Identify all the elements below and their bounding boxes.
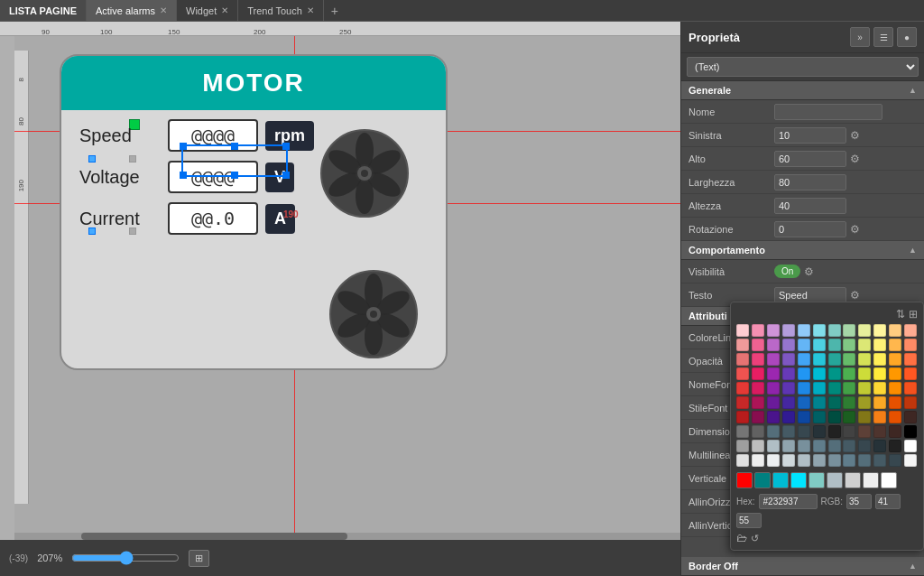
color-cell[interactable] — [736, 396, 749, 409]
color-cell[interactable] — [873, 440, 886, 452]
gear-icon-sinistra[interactable]: ⚙ — [850, 129, 860, 142]
color-cell[interactable] — [782, 425, 795, 438]
color-grid[interactable] — [736, 324, 918, 467]
color-cell[interactable] — [736, 367, 749, 380]
color-cell[interactable] — [767, 367, 780, 380]
color-cell[interactable] — [736, 353, 749, 366]
color-cell[interactable] — [858, 425, 871, 438]
panel-forward-btn[interactable]: » — [850, 27, 870, 47]
color-cell[interactable] — [828, 425, 841, 438]
sp-color-cyan[interactable] — [772, 472, 789, 488]
color-cell[interactable] — [798, 324, 810, 337]
color-cell[interactable] — [904, 324, 917, 337]
section-comportamento[interactable]: Comportamento ▲ — [681, 241, 924, 260]
zoom-slider[interactable] — [71, 551, 180, 565]
color-cell[interactable] — [873, 454, 886, 467]
color-cell[interactable] — [858, 367, 871, 380]
sp-color-lightcyan[interactable] — [790, 472, 807, 488]
color-cell[interactable] — [752, 454, 764, 467]
color-cell[interactable] — [858, 440, 871, 452]
sp-color-mint[interactable] — [808, 472, 825, 488]
color-cell[interactable] — [752, 353, 764, 366]
color-cell[interactable] — [828, 324, 841, 337]
h-scrollbar-thumb[interactable] — [81, 533, 347, 540]
color-cell[interactable] — [813, 367, 826, 380]
color-cell[interactable] — [873, 411, 886, 423]
gear-icon-alto[interactable]: ⚙ — [850, 153, 860, 165]
color-cell[interactable] — [798, 382, 810, 395]
color-cell[interactable] — [767, 353, 780, 366]
motor-widget[interactable]: MOTOR Speed @@@@ rpm Voltage @@@@ V — [60, 54, 448, 370]
gear-icon-rotazione[interactable]: ⚙ — [850, 223, 860, 236]
color-cell[interactable] — [828, 440, 841, 452]
sp-color-teal[interactable] — [754, 472, 771, 488]
refresh-icon[interactable]: ↺ — [751, 533, 759, 544]
picker-sort-icon[interactable]: ⇅ — [896, 308, 905, 321]
prop-input-testo[interactable] — [774, 287, 846, 303]
picker-grid-icon[interactable]: ⊞ — [909, 308, 918, 321]
prop-input-nome[interactable] — [774, 104, 882, 120]
color-cell[interactable] — [904, 396, 917, 409]
h-scrollbar[interactable] — [14, 533, 680, 540]
color-cell[interactable] — [736, 454, 749, 467]
rgb-b-input[interactable] — [736, 513, 762, 528]
color-cell[interactable] — [904, 353, 917, 366]
color-cell[interactable] — [873, 396, 886, 409]
color-cell[interactable] — [813, 382, 826, 395]
tab-lista-pagine[interactable]: LISTA PAGINE — [0, 0, 87, 21]
panel-extra-btn[interactable]: ● — [897, 27, 917, 47]
color-cell[interactable] — [752, 339, 764, 351]
color-cell[interactable] — [843, 367, 855, 380]
tab-close-trend-touch[interactable]: ✕ — [307, 5, 314, 15]
color-cell[interactable] — [736, 411, 749, 423]
color-cell[interactable] — [873, 353, 886, 366]
color-cell[interactable] — [767, 339, 780, 351]
color-cell[interactable] — [782, 324, 795, 337]
canvas-area[interactable]: 90 100 150 200 250 8 80 190 — [0, 22, 680, 576]
color-cell[interactable] — [843, 382, 855, 395]
color-cell[interactable] — [782, 382, 795, 395]
type-dropdown[interactable]: (Text) — [687, 57, 919, 77]
color-cell[interactable] — [752, 367, 764, 380]
color-cell[interactable] — [843, 411, 855, 423]
color-cell[interactable] — [904, 454, 917, 467]
color-cell[interactable] — [828, 411, 841, 423]
color-cell[interactable] — [889, 396, 901, 409]
sp-color-grey[interactable] — [827, 472, 843, 488]
toggle-visibilita[interactable]: On — [774, 265, 800, 278]
color-cell[interactable] — [889, 367, 901, 380]
color-picker-popup[interactable]: ⇅ ⊞ Hex: RGB: — [730, 302, 924, 551]
section-border-off-hdr[interactable]: Border Off ▲ — [681, 557, 924, 576]
color-cell[interactable] — [782, 353, 795, 366]
color-cell[interactable] — [873, 339, 886, 351]
color-cell[interactable] — [798, 367, 810, 380]
color-cell[interactable] — [873, 324, 886, 337]
color-cell[interactable] — [798, 454, 810, 467]
color-cell[interactable] — [858, 382, 871, 395]
color-cell[interactable] — [813, 324, 826, 337]
color-cell[interactable] — [767, 382, 780, 395]
color-cell[interactable] — [752, 324, 764, 337]
color-cell[interactable] — [843, 339, 855, 351]
color-cell[interactable] — [752, 425, 764, 438]
color-cell[interactable] — [858, 454, 871, 467]
sp-color-white[interactable] — [863, 472, 879, 488]
color-cell[interactable] — [904, 411, 917, 423]
color-cell[interactable] — [889, 382, 901, 395]
prop-input-rotazione[interactable] — [774, 221, 846, 237]
color-cell[interactable] — [752, 440, 764, 452]
prop-input-altezza[interactable] — [774, 198, 846, 214]
color-cell[interactable] — [736, 339, 749, 351]
rgb-g-input[interactable] — [875, 494, 901, 509]
color-cell[interactable] — [813, 353, 826, 366]
color-cell[interactable] — [813, 440, 826, 452]
color-cell[interactable] — [736, 324, 749, 337]
color-cell[interactable] — [889, 339, 901, 351]
color-cell[interactable] — [828, 454, 841, 467]
color-cell[interactable] — [813, 425, 826, 438]
color-cell[interactable] — [904, 425, 917, 438]
color-cell[interactable] — [843, 425, 855, 438]
sp-color-red[interactable] — [736, 472, 753, 488]
color-cell[interactable] — [752, 382, 764, 395]
color-cell[interactable] — [889, 353, 901, 366]
